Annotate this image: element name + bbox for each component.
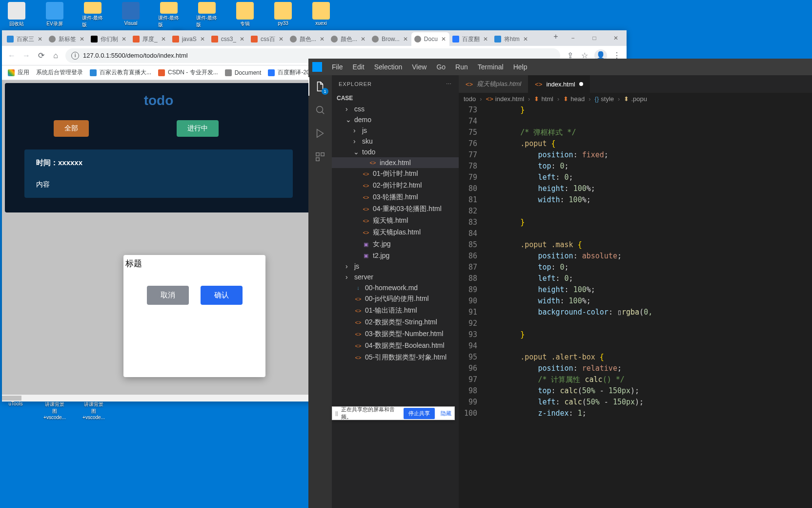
desktop-icon[interactable]: EV录屏 xyxy=(44,2,65,28)
menu-selection[interactable]: Selection xyxy=(374,63,403,71)
close-tab-icon[interactable]: ✕ xyxy=(121,36,127,42)
close-tab-icon[interactable]: ✕ xyxy=(161,36,166,42)
tree-item[interactable]: <>04-重构03-轮播图.html xyxy=(332,203,459,215)
browser-tab[interactable]: 颜色...✕ xyxy=(287,32,328,46)
menu-run[interactable]: Run xyxy=(455,63,468,71)
tree-item[interactable]: <>03-数据类型-Number.html xyxy=(332,328,459,340)
code-editor[interactable]: 7374757677787980818283848586878889909192… xyxy=(459,105,812,508)
close-tab-icon[interactable]: ✕ xyxy=(37,36,43,42)
browser-tab[interactable]: 你们制✕ xyxy=(88,32,130,46)
hide-share-button[interactable]: 隐藏 xyxy=(438,410,454,417)
breadcrumb-item[interactable]: ⬍ .popu xyxy=(624,95,647,103)
filter-progress-button[interactable]: 进行中 xyxy=(177,120,219,137)
tree-item[interactable]: js xyxy=(332,125,459,136)
cancel-button[interactable]: 取消 xyxy=(147,286,189,305)
breadcrumb-item[interactable]: ⬍ head xyxy=(563,95,585,103)
close-tab-icon[interactable]: ✕ xyxy=(79,36,85,42)
close-tab-icon[interactable]: ✕ xyxy=(523,36,528,42)
pause-icon[interactable]: || xyxy=(332,410,341,416)
tree-item[interactable]: ▣t2.jpg xyxy=(332,250,459,261)
tree-item[interactable]: <>04-数据类型-Boolean.html xyxy=(332,340,459,352)
browser-tab[interactable]: css百✕ xyxy=(248,32,287,46)
explorer-icon[interactable]: 1 xyxy=(314,80,326,93)
extensions-icon[interactable] xyxy=(314,150,326,163)
desktop-icon[interactable] xyxy=(348,2,370,28)
browser-tab[interactable]: 颜色...✕ xyxy=(328,32,369,46)
breadcrumb-item[interactable]: todo xyxy=(464,95,476,103)
close-button[interactable]: ✕ xyxy=(605,30,627,46)
scroll-thumb[interactable] xyxy=(2,396,21,401)
desktop-icon[interactable]: xuexi xyxy=(310,2,332,28)
desktop-icon[interactable]: 课件-最终版 xyxy=(82,2,103,28)
breadcrumb-item[interactable]: {} style xyxy=(595,95,614,103)
browser-tab[interactable]: javaS✕ xyxy=(169,32,208,46)
workspace-root[interactable]: CASE xyxy=(332,93,459,104)
desktop-icon[interactable]: 专辑 xyxy=(234,2,256,28)
close-tab-icon[interactable]: ✕ xyxy=(239,36,245,42)
close-tab-icon[interactable]: ✕ xyxy=(360,36,366,42)
browser-tab[interactable]: 百家三✕ xyxy=(4,32,46,46)
menu-terminal[interactable]: Terminal xyxy=(478,63,504,71)
forward-button[interactable]: → xyxy=(21,51,31,61)
browser-tab[interactable]: Docu✕ xyxy=(411,32,449,46)
bookmark-item[interactable]: Document xyxy=(225,69,262,76)
tree-item[interactable]: demo xyxy=(332,114,459,125)
minimize-button[interactable]: − xyxy=(562,30,584,46)
tree-item[interactable]: <>02-数据类型-String.html xyxy=(332,317,459,328)
close-tab-icon[interactable]: ✕ xyxy=(483,36,488,42)
tree-item[interactable]: ▣女.jpg xyxy=(332,238,459,250)
home-button[interactable]: ⌂ xyxy=(51,51,61,61)
close-tab-icon[interactable]: ✕ xyxy=(319,36,325,42)
close-tab-icon[interactable]: ✕ xyxy=(403,36,408,42)
browser-tab[interactable]: Brow...✕ xyxy=(369,32,411,46)
browser-tab[interactable]: 将htm✕ xyxy=(491,32,531,46)
reload-button[interactable]: ⟳ xyxy=(36,51,46,61)
debug-icon[interactable] xyxy=(314,127,326,140)
desktop-icon[interactable]: Visual xyxy=(120,2,142,28)
tree-item[interactable]: server xyxy=(332,272,459,282)
site-info-icon[interactable]: i xyxy=(71,52,79,60)
tree-item[interactable]: todo xyxy=(332,147,459,157)
menu-go[interactable]: Go xyxy=(436,63,446,71)
tree-item[interactable]: js xyxy=(332,261,459,272)
menu-edit[interactable]: Edit xyxy=(353,63,365,71)
tree-item[interactable]: ↓00-homework.md xyxy=(332,282,459,293)
filter-all-button[interactable]: 全部 xyxy=(54,120,89,137)
menu-file[interactable]: File xyxy=(332,63,343,71)
confirm-button[interactable]: 确认 xyxy=(201,286,243,305)
editor-tab[interactable]: <>index.html xyxy=(528,75,589,93)
close-tab-icon[interactable]: ✕ xyxy=(278,36,284,42)
tree-item[interactable]: <>00-js代码的使用.html xyxy=(332,293,459,305)
browser-tab[interactable]: 新标签✕ xyxy=(46,32,88,46)
editor-tab[interactable]: <>窥天镜plas.html xyxy=(459,75,528,93)
breadcrumb-item[interactable]: <> index.html xyxy=(486,95,524,103)
menu-view[interactable]: View xyxy=(412,63,426,71)
breadcrumb-item[interactable]: ⬍ html xyxy=(534,95,553,103)
tree-item[interactable]: <>index.html xyxy=(332,157,459,168)
more-icon[interactable]: ⋯ xyxy=(446,81,452,87)
bookmark-item[interactable]: CSDN - 专业开发... xyxy=(158,68,218,77)
bookmark-item[interactable]: 系统后台管理登录 xyxy=(36,68,83,77)
new-tab-button[interactable]: + xyxy=(549,30,562,43)
tree-item[interactable]: <>窥天镜.html xyxy=(332,215,459,227)
maximize-button[interactable]: □ xyxy=(584,30,605,46)
tree-item[interactable]: <>01-输出语法.html xyxy=(332,305,459,317)
stop-share-button[interactable]: 停止共享 xyxy=(404,408,435,419)
tree-item[interactable]: <>03-轮播图.html xyxy=(332,191,459,203)
code-content[interactable]: } /* 弹框样式 */ .poput { position: fixed; t… xyxy=(485,105,812,508)
close-tab-icon[interactable]: ✕ xyxy=(441,36,447,42)
close-tab-icon[interactable]: ✕ xyxy=(200,36,205,42)
bookmark-item[interactable]: 百家云教育直播大... xyxy=(90,68,151,77)
browser-tab[interactable]: 厚度_✕ xyxy=(130,32,169,46)
search-icon[interactable] xyxy=(314,104,326,116)
desktop-icon[interactable]: 课件-最终版 xyxy=(158,2,180,28)
tree-item[interactable]: <>窥天镜plas.html xyxy=(332,227,459,238)
desktop-icon[interactable]: 回收站 xyxy=(6,2,27,28)
back-button[interactable]: ← xyxy=(7,51,17,61)
tree-item[interactable]: <>05-引用数据类型-对象.html xyxy=(332,352,459,363)
breadcrumb[interactable]: todo›<> index.html›⬍ html›⬍ head›{} styl… xyxy=(459,93,812,105)
browser-tab[interactable]: 百度翻✕ xyxy=(449,32,491,46)
tree-item[interactable]: sku xyxy=(332,136,459,147)
tree-item[interactable]: <>01-倒计时.html xyxy=(332,168,459,180)
browser-tab[interactable]: css3_✕ xyxy=(208,32,248,46)
